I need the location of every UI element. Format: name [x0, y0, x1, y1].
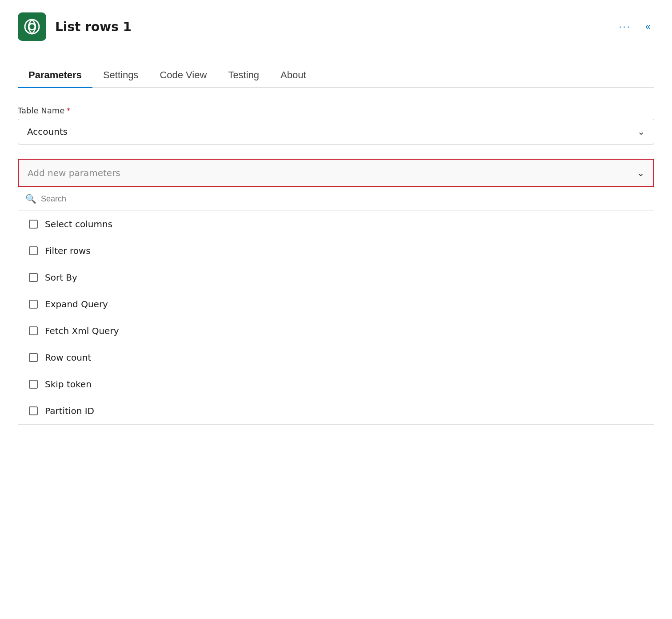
table-name-dropdown[interactable]: Accounts ⌄	[18, 119, 654, 145]
table-name-value: Accounts	[27, 126, 68, 137]
list-item[interactable]: Expand Query	[18, 291, 654, 318]
checkbox-label: Sort By	[45, 272, 77, 283]
checkbox-label: Row count	[45, 352, 91, 363]
list-item[interactable]: Partition ID	[18, 398, 654, 424]
tab-parameters[interactable]: Parameters	[18, 64, 92, 87]
header: List rows 1 ··· «	[0, 0, 672, 50]
checkbox-label: Select columns	[45, 219, 112, 229]
collapse-button[interactable]: «	[642, 19, 654, 34]
chevron-down-icon: ⌄	[637, 168, 644, 178]
checkbox-filter-rows[interactable]	[29, 246, 38, 255]
list-item[interactable]: Skip token	[18, 371, 654, 398]
checkbox-label: Skip token	[45, 379, 92, 390]
svg-point-1	[29, 24, 35, 30]
tabs-bar: Parameters Settings Code View Testing Ab…	[0, 50, 672, 87]
checkbox-label: Partition ID	[45, 406, 94, 416]
search-box: 🔍	[18, 187, 654, 211]
list-item[interactable]: Select columns	[18, 211, 654, 237]
page-title: List rows 1	[55, 20, 132, 34]
checkbox-select-columns[interactable]	[29, 220, 38, 229]
table-name-label: Table Name *	[18, 106, 654, 115]
checkbox-partition-id[interactable]	[29, 406, 38, 415]
parameters-dropdown-panel: 🔍 Select columns Filter rows Sort By Exp…	[18, 187, 654, 425]
header-actions: ··· «	[615, 19, 654, 34]
chevron-down-icon: ⌄	[637, 126, 645, 137]
search-icon: 🔍	[25, 193, 36, 204]
list-item[interactable]: Fetch Xml Query	[18, 318, 654, 344]
more-options-button[interactable]: ···	[615, 19, 634, 34]
checkbox-sort-by[interactable]	[29, 273, 38, 282]
list-item[interactable]: Filter rows	[18, 237, 654, 264]
add-params-dropdown[interactable]: Add new parameters ⌄	[19, 160, 653, 186]
list-item[interactable]: Row count	[18, 344, 654, 371]
checkbox-fetch-xml-query[interactable]	[29, 326, 38, 335]
tab-code-view[interactable]: Code View	[149, 64, 217, 87]
search-input[interactable]	[41, 194, 647, 204]
add-params-placeholder: Add new parameters	[28, 168, 120, 178]
add-params-wrapper: Add new parameters ⌄	[18, 159, 654, 187]
checkbox-label: Filter rows	[45, 245, 91, 256]
tab-about[interactable]: About	[270, 64, 317, 87]
app-icon	[18, 12, 46, 41]
main-content: Table Name * Accounts ⌄ Add new paramete…	[0, 88, 672, 425]
tab-testing[interactable]: Testing	[217, 64, 270, 87]
list-item[interactable]: Sort By	[18, 264, 654, 291]
svg-point-0	[25, 20, 39, 34]
checkbox-label: Expand Query	[45, 299, 108, 310]
app-container: List rows 1 ··· « Parameters Settings Co…	[0, 0, 672, 425]
checkbox-row-count[interactable]	[29, 353, 38, 362]
checkbox-skip-token[interactable]	[29, 380, 38, 389]
header-left: List rows 1	[18, 12, 132, 41]
tab-settings[interactable]: Settings	[92, 64, 149, 87]
checkbox-expand-query[interactable]	[29, 300, 38, 309]
required-indicator: *	[66, 106, 70, 115]
checkbox-label: Fetch Xml Query	[45, 326, 119, 336]
